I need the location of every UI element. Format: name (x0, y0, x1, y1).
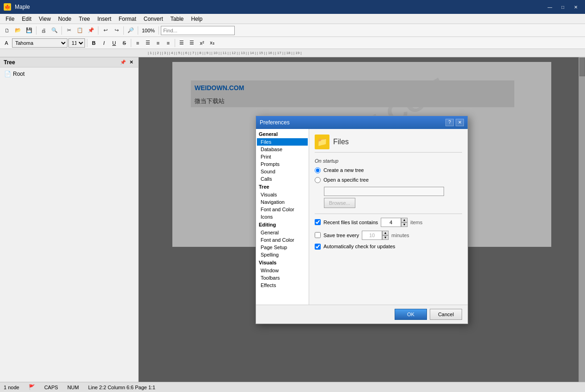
copy-button[interactable]: 📋 (75, 25, 85, 36)
styles-button[interactable]: A (2, 38, 11, 48)
align-right-button[interactable]: ≡ (153, 38, 163, 48)
pref-item-effects[interactable]: Effects (257, 282, 308, 289)
align-left-button[interactable]: ≡ (133, 38, 142, 48)
find-button[interactable]: 🔎 (126, 25, 136, 36)
bold-button[interactable]: B (89, 38, 98, 48)
menu-format[interactable]: Format (115, 15, 140, 23)
pref-section-editing: Editing (257, 220, 308, 229)
pref-item-font-color2[interactable]: Font and Color (257, 236, 308, 244)
print-button[interactable]: 🖨 (38, 25, 49, 36)
recent-files-spin-down[interactable]: ▼ (401, 222, 408, 227)
recent-files-unit: items (410, 220, 422, 225)
recent-files-label: Recent files list contains (323, 220, 378, 225)
underline-button[interactable]: U (110, 38, 119, 48)
recent-files-input[interactable]: 4 (381, 218, 401, 227)
pref-item-calls[interactable]: Calls (257, 175, 308, 183)
ok-button[interactable]: OK (395, 309, 427, 320)
tree-panel: Tree 📌 ✕ 📄 Root (0, 57, 139, 382)
save-tree-checkbox[interactable] (315, 232, 321, 238)
menu-help[interactable]: Help (188, 15, 207, 23)
save-button[interactable]: 💾 (24, 25, 34, 36)
format-bar: A Tahoma 11 B I U S ≡ ☰ ≡ ≡ ☰ ☰ x² x₂ (0, 37, 585, 49)
pref-item-visuals[interactable]: Visuals (257, 191, 308, 198)
menu-table[interactable]: Table (167, 15, 188, 23)
radio-open-specific[interactable] (315, 177, 321, 183)
subscript-button[interactable]: x₂ (207, 38, 217, 48)
redo-button[interactable]: ↪ (111, 25, 122, 36)
radio-create-new-label: Create a new tree (323, 167, 364, 173)
app-title: Maple (15, 4, 30, 10)
pref-item-navigation[interactable]: Navigation (257, 198, 308, 206)
pref-item-sound[interactable]: Sound (257, 168, 308, 175)
radio-create-new[interactable] (315, 167, 321, 173)
close-button[interactable]: ✕ (570, 3, 581, 11)
save-tree-unit: minutes (391, 233, 409, 238)
pref-section-general: General (257, 130, 308, 138)
save-tree-input[interactable]: 10 (362, 231, 382, 240)
auto-update-checkbox[interactable] (315, 244, 321, 250)
new-button[interactable]: 🗋 (2, 25, 12, 36)
font-select[interactable]: Tahoma (12, 38, 67, 48)
list-ol-button[interactable]: ☰ (187, 38, 196, 48)
app-icon: 🍁 (4, 3, 11, 11)
browse-button[interactable]: Browse... (324, 198, 355, 208)
font-size-select[interactable]: 11 (68, 38, 85, 48)
pref-item-database[interactable]: Database (257, 146, 308, 153)
pref-item-spelling[interactable]: Spelling (257, 251, 308, 258)
ruler: | 1 | | 2 | | 3 | | 4 | | 5 | | 6 | | 7 … (0, 49, 585, 57)
recent-files-checkbox[interactable] (315, 219, 321, 225)
pref-item-general[interactable]: General (257, 229, 308, 236)
search-input[interactable] (161, 26, 235, 35)
dialog-overlay: Preferences ? ✕ General Files Database P… (139, 57, 585, 382)
menu-bar: File Edit View Node Tree Insert Format C… (0, 14, 585, 24)
auto-update-row: Automatically check for updates (315, 244, 462, 250)
pref-section-title: Files (333, 138, 349, 146)
menu-view[interactable]: View (35, 15, 55, 23)
menu-edit[interactable]: Edit (18, 15, 35, 23)
tree-close-button[interactable]: ✕ (128, 59, 134, 66)
align-justify-button[interactable]: ≡ (164, 38, 173, 48)
pref-item-toolbars[interactable]: Toolbars (257, 274, 308, 282)
sep-files (315, 214, 462, 214)
menu-file[interactable]: File (2, 15, 18, 23)
menu-tree[interactable]: Tree (75, 15, 94, 23)
paste-button[interactable]: 📌 (86, 25, 96, 36)
dialog-close-button[interactable]: ✕ (456, 119, 464, 126)
tree-pin-button[interactable]: 📌 (120, 59, 126, 66)
cancel-button[interactable]: Cancel (430, 309, 462, 320)
tree-root-item[interactable]: 📄 Root (2, 69, 136, 79)
pref-item-window[interactable]: Window (257, 267, 308, 274)
on-startup-label: On startup (315, 158, 462, 164)
recent-files-spin-up[interactable]: ▲ (401, 218, 408, 222)
menu-node[interactable]: Node (55, 15, 75, 23)
list-ul-button[interactable]: ☰ (177, 38, 186, 48)
align-center-button[interactable]: ☰ (143, 38, 152, 48)
maximize-button[interactable]: □ (557, 3, 568, 11)
strikethrough-button[interactable]: S (120, 38, 129, 48)
menu-convert[interactable]: Convert (140, 15, 167, 23)
pref-item-font-color[interactable]: Font and Color (257, 206, 308, 213)
italic-button[interactable]: I (99, 38, 109, 48)
dialog-help-button[interactable]: ? (445, 119, 454, 126)
open-button[interactable]: 📂 (13, 25, 23, 36)
superscript-button[interactable]: x² (197, 38, 207, 48)
pref-item-files[interactable]: Files (257, 138, 308, 146)
main-toolbar: 🗋 📂 💾 🖨 🔍 ✂ 📋 📌 ↩ ↪ 🔎 100% (0, 24, 585, 37)
save-tree-spin-up[interactable]: ▲ (382, 231, 389, 235)
pref-item-print[interactable]: Print (257, 153, 308, 160)
pref-item-prompts[interactable]: Prompts (257, 160, 308, 168)
pref-item-icons[interactable]: Icons (257, 213, 308, 220)
minimize-button[interactable]: — (544, 3, 555, 11)
specific-tree-path-input[interactable] (324, 187, 444, 196)
status-bar: 1 node 🚩 CAPS NUM Line 2:2 Column 6:6 Pa… (0, 382, 585, 392)
save-tree-spin-down[interactable]: ▼ (382, 235, 389, 240)
pref-content: 📁 Files On startup Create a new tree (309, 129, 468, 305)
print-preview-button[interactable]: 🔍 (49, 25, 60, 36)
undo-button[interactable]: ↩ (100, 25, 110, 36)
dialog-title: Preferences (260, 119, 290, 126)
pref-item-page-setup[interactable]: Page Setup (257, 244, 308, 251)
title-bar-controls: — □ ✕ (544, 3, 581, 11)
title-bar: 🍁 Maple — □ ✕ (0, 0, 585, 14)
cut-button[interactable]: ✂ (64, 25, 74, 36)
menu-insert[interactable]: Insert (94, 15, 115, 23)
